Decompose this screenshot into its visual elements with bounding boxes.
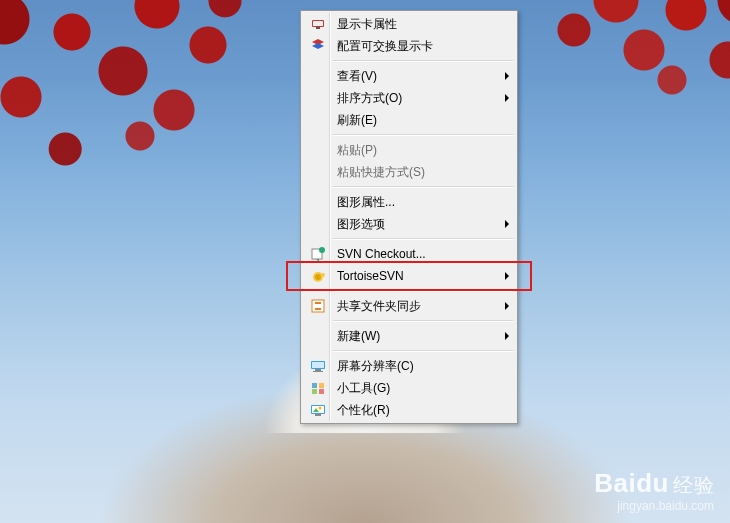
maple-leaves-top-right bbox=[490, 0, 730, 170]
menu-item-label: 屏幕分辨率(C) bbox=[331, 358, 495, 375]
menu-item-label: 新建(W) bbox=[331, 328, 495, 345]
svg-point-7 bbox=[315, 274, 321, 280]
menu-item-label: 刷新(E) bbox=[331, 112, 495, 129]
svg-rect-1 bbox=[313, 21, 323, 26]
menu-item-new[interactable]: 新建(W) bbox=[303, 325, 515, 347]
no-icon bbox=[305, 109, 331, 131]
menu-item-label: 排序方式(O) bbox=[331, 90, 495, 107]
svg-rect-12 bbox=[315, 308, 321, 310]
menu-item-label: SVN Checkout... bbox=[331, 247, 495, 261]
svg-rect-2 bbox=[316, 27, 320, 29]
submenu-arrow-icon bbox=[505, 94, 509, 102]
svg-rect-11 bbox=[315, 302, 321, 304]
svn-checkout-icon bbox=[305, 243, 331, 265]
desktop-context-menu: 显示卡属性配置可交换显示卡查看(V)排序方式(O)刷新(E)粘贴(P)粘贴快捷方… bbox=[300, 10, 518, 424]
menu-separator bbox=[333, 290, 513, 292]
desktop-wallpaper: 显示卡属性配置可交换显示卡查看(V)排序方式(O)刷新(E)粘贴(P)粘贴快捷方… bbox=[0, 0, 730, 523]
menu-item-screen-res[interactable]: 屏幕分辨率(C) bbox=[303, 355, 515, 377]
menu-separator bbox=[333, 186, 513, 188]
submenu-arrow-icon bbox=[505, 72, 509, 80]
menu-separator bbox=[333, 350, 513, 352]
menu-item-personalize[interactable]: 个性化(R) bbox=[303, 399, 515, 421]
menu-item-svn-checkout[interactable]: SVN Checkout... bbox=[303, 243, 515, 265]
menu-item-refresh[interactable]: 刷新(E) bbox=[303, 109, 515, 131]
menu-item-view[interactable]: 查看(V) bbox=[303, 65, 515, 87]
watermark-logo-sub: 经验 bbox=[673, 474, 714, 496]
no-icon bbox=[305, 87, 331, 109]
svg-point-8 bbox=[321, 273, 325, 277]
svg-point-23 bbox=[319, 407, 322, 410]
menu-item-label: 个性化(R) bbox=[331, 402, 495, 419]
menu-item-paste-shortcut: 粘贴快捷方式(S) bbox=[303, 161, 515, 183]
submenu-arrow-icon bbox=[505, 302, 509, 310]
monitor-icon bbox=[305, 355, 331, 377]
share-sync-icon bbox=[305, 295, 331, 317]
no-icon bbox=[305, 213, 331, 235]
submenu-arrow-icon bbox=[505, 220, 509, 228]
no-icon bbox=[305, 325, 331, 347]
menu-item-label: 粘贴(P) bbox=[331, 142, 495, 159]
menu-separator bbox=[333, 320, 513, 322]
submenu-arrow-icon bbox=[505, 332, 509, 340]
menu-item-label: 配置可交换显示卡 bbox=[331, 38, 495, 55]
svg-rect-17 bbox=[312, 383, 317, 388]
watermark-url: jingyan.baidu.com bbox=[594, 499, 714, 513]
menu-item-label: TortoiseSVN bbox=[331, 269, 495, 283]
menu-item-label: 共享文件夹同步 bbox=[331, 298, 495, 315]
personalize-icon bbox=[305, 399, 331, 421]
menu-item-graphics-options[interactable]: 图形选项 bbox=[303, 213, 515, 235]
menu-separator bbox=[333, 238, 513, 240]
menu-item-paste: 粘贴(P) bbox=[303, 139, 515, 161]
gpu-switch-icon bbox=[305, 35, 331, 57]
svg-rect-18 bbox=[319, 383, 324, 388]
menu-item-label: 图形属性... bbox=[331, 194, 495, 211]
tortoise-icon bbox=[305, 265, 331, 287]
no-icon bbox=[305, 161, 331, 183]
svg-rect-20 bbox=[319, 389, 324, 394]
menu-item-gpu-props[interactable]: 显示卡属性 bbox=[303, 13, 515, 35]
no-icon bbox=[305, 65, 331, 87]
menu-item-label: 查看(V) bbox=[331, 68, 495, 85]
menu-item-label: 小工具(G) bbox=[331, 380, 495, 397]
menu-item-sort[interactable]: 排序方式(O) bbox=[303, 87, 515, 109]
gadgets-icon bbox=[305, 377, 331, 399]
watermark-logo-main: Baidu bbox=[594, 468, 669, 498]
svg-rect-16 bbox=[313, 371, 323, 372]
watermark: Baidu经验 jingyan.baidu.com bbox=[594, 468, 714, 513]
menu-item-tortoisesvn[interactable]: TortoiseSVN bbox=[303, 265, 515, 287]
menu-item-label: 显示卡属性 bbox=[331, 16, 495, 33]
no-icon bbox=[305, 139, 331, 161]
svg-point-5 bbox=[319, 247, 325, 253]
menu-separator bbox=[333, 134, 513, 136]
menu-separator bbox=[333, 60, 513, 62]
menu-item-label: 粘贴快捷方式(S) bbox=[331, 164, 495, 181]
svg-rect-24 bbox=[315, 414, 321, 416]
menu-item-share-sync[interactable]: 共享文件夹同步 bbox=[303, 295, 515, 317]
gpu-icon bbox=[305, 13, 331, 35]
svg-rect-14 bbox=[312, 362, 324, 368]
no-icon bbox=[305, 191, 331, 213]
submenu-arrow-icon bbox=[505, 272, 509, 280]
menu-item-switchable-gpu[interactable]: 配置可交换显示卡 bbox=[303, 35, 515, 57]
menu-item-gadgets[interactable]: 小工具(G) bbox=[303, 377, 515, 399]
menu-item-label: 图形选项 bbox=[331, 216, 495, 233]
svg-rect-9 bbox=[312, 300, 324, 312]
menu-item-graphics-props[interactable]: 图形属性... bbox=[303, 191, 515, 213]
svg-rect-15 bbox=[315, 369, 321, 371]
maple-leaves-top-left bbox=[0, 0, 310, 240]
svg-rect-19 bbox=[312, 389, 317, 394]
